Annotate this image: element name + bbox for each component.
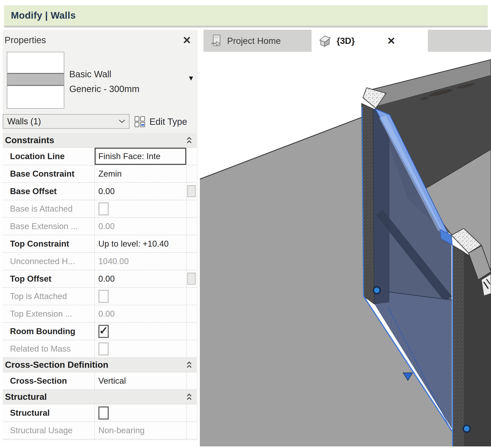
row-spare-cell xyxy=(186,183,197,200)
property-value-structural[interactable]: ✓ xyxy=(94,404,186,421)
row-spare-cell xyxy=(186,148,197,165)
section-header-structural[interactable]: Structural xyxy=(3,390,197,404)
property-value-structural-usage: Non-bearing xyxy=(94,422,186,439)
row-spare-cell xyxy=(186,218,197,235)
property-row-base-extension: Base Extension ...0.00 xyxy=(3,218,197,235)
collapse-chevrons-icon xyxy=(186,136,192,144)
selection-filter-value: Walls (1) xyxy=(7,117,41,126)
type-selector[interactable]: Basic Wall Generic - 300mm ▼ xyxy=(3,50,198,111)
row-spare-cell xyxy=(186,422,197,439)
value-slider-thumb[interactable] xyxy=(187,273,196,285)
tab-project-home[interactable]: Project Home xyxy=(203,30,312,52)
collapse-chevrons-icon xyxy=(186,361,192,369)
view-area: Project Home {3D} ✕ xyxy=(200,30,491,446)
property-row-unconnected-h: Unconnected H...1040.00 xyxy=(3,253,197,270)
wall-type-label: Generic - 300mm xyxy=(69,82,140,96)
property-value-cross-section[interactable]: Vertical xyxy=(94,372,186,389)
property-row-base-constraint: Base ConstraintZemin xyxy=(3,165,197,183)
close-icon[interactable]: ✕ xyxy=(182,35,191,46)
context-ribbon-tab: Modify | Walls xyxy=(4,5,488,28)
property-row-base-is-attached: Base is Attached✓ xyxy=(3,200,197,218)
property-value-location-line[interactable]: Finish Face: Inte xyxy=(94,148,186,165)
value-slider-thumb[interactable] xyxy=(187,185,196,197)
property-row-top-constraint: Top ConstraintUp to level: +10.40 xyxy=(3,235,197,253)
row-spare-cell xyxy=(186,340,197,357)
row-spare-cell xyxy=(186,253,197,270)
property-row-cross-section: Cross-SectionVertical xyxy=(3,372,197,390)
3d-view-canvas[interactable] xyxy=(200,52,491,446)
property-row-top-offset: Top Offset0.00 xyxy=(3,270,197,288)
property-grid: ConstraintsLocation LineFinish Face: Int… xyxy=(3,133,197,439)
property-row-structural: Structural✓ xyxy=(3,404,197,422)
properties-title: Properties xyxy=(5,35,46,45)
property-row-top-extension: Top Extension ...0.00 xyxy=(3,305,197,323)
tab-bar-filler xyxy=(428,30,491,52)
checkbox-base-is-attached: ✓ xyxy=(98,202,109,215)
property-row-room-bounding: Room Bounding✓ xyxy=(3,323,197,340)
property-value-room-bounding[interactable]: ✓ xyxy=(94,323,186,340)
tab-label: {3D} xyxy=(337,36,355,46)
property-value-top-constraint[interactable]: Up to level: +10.40 xyxy=(94,235,186,252)
checkbox-room-bounding[interactable]: ✓ xyxy=(98,325,109,338)
property-value-top-is-attached: ✓ xyxy=(94,288,186,305)
wall-family-label: Basic Wall xyxy=(69,67,140,82)
property-label: Cross-Section xyxy=(3,372,94,389)
properties-panel-header: Properties ✕ xyxy=(3,30,198,50)
edit-type-label: Edit Type xyxy=(150,117,187,127)
property-label: Base Offset xyxy=(3,183,94,200)
checkbox-related-to-mass: ✓ xyxy=(98,342,109,355)
property-value-base-constraint[interactable]: Zemin xyxy=(94,165,186,182)
chevron-down-icon[interactable]: ▼ xyxy=(188,74,194,82)
view-tab-bar: Project Home {3D} ✕ xyxy=(200,30,491,52)
property-row-structural-usage: Structural UsageNon-bearing xyxy=(3,422,197,439)
section-title: Cross-Section Definition xyxy=(5,360,108,370)
row-spare-cell xyxy=(186,372,197,389)
ground-plane xyxy=(200,116,367,446)
property-value-unconnected-h: 1040.00 xyxy=(94,253,186,270)
tab-label: Project Home xyxy=(227,36,281,46)
edit-type-button[interactable]: Edit Type xyxy=(133,114,187,130)
property-row-location-line: Location LineFinish Face: Inte xyxy=(3,148,197,165)
chevron-down-icon xyxy=(119,119,125,124)
row-spare-cell xyxy=(186,235,197,252)
property-value-related-to-mass: ✓ xyxy=(94,340,186,357)
property-label: Top Offset xyxy=(3,270,94,287)
close-icon[interactable]: ✕ xyxy=(387,36,395,46)
property-value-top-offset[interactable]: 0.00 xyxy=(94,270,186,287)
property-label: Structural Usage xyxy=(3,422,94,439)
wall-pilaster xyxy=(373,109,389,304)
tab-3d-view[interactable]: {3D} ✕ xyxy=(312,30,428,52)
property-label: Top Extension ... xyxy=(3,305,94,322)
wall-grip-circle[interactable] xyxy=(463,425,470,432)
row-spare-cell xyxy=(186,323,197,340)
property-row-base-offset: Base Offset0.00 xyxy=(3,183,197,200)
row-spare-cell xyxy=(186,270,197,287)
property-value-base-is-attached: ✓ xyxy=(94,200,186,217)
property-label: Structural xyxy=(3,404,94,421)
wall-grip-circle[interactable] xyxy=(373,287,380,294)
row-spare-cell xyxy=(186,200,197,217)
section-title: Constraints xyxy=(5,135,54,145)
property-label: Base Constraint xyxy=(3,165,94,182)
property-value-base-offset[interactable]: 0.00 xyxy=(94,183,186,200)
property-value-base-extension: 0.00 xyxy=(94,218,186,235)
property-label: Base Extension ... xyxy=(3,218,94,235)
row-spare-cell xyxy=(186,165,197,182)
property-label: Room Bounding xyxy=(3,323,94,340)
row-spare-cell xyxy=(186,404,197,421)
house-3d-icon xyxy=(318,35,331,47)
property-label: Related to Mass xyxy=(3,340,94,357)
project-home-icon xyxy=(210,34,222,48)
property-value-top-extension: 0.00 xyxy=(94,305,186,322)
property-row-related-to-mass: Related to Mass✓ xyxy=(3,340,197,358)
property-row-top-is-attached: Top is Attached✓ xyxy=(3,288,197,305)
collapse-chevrons-icon xyxy=(186,393,192,400)
checkbox-structural[interactable]: ✓ xyxy=(98,406,109,419)
section-header-cross-section-definition[interactable]: Cross-Section Definition xyxy=(3,358,197,372)
property-label: Base is Attached xyxy=(3,200,94,217)
section-title: Structural xyxy=(5,392,47,402)
selection-filter-combo[interactable]: Walls (1) xyxy=(3,114,130,129)
row-spare-cell xyxy=(186,288,197,305)
check-icon: ✓ xyxy=(99,325,108,336)
section-header-constraints[interactable]: Constraints xyxy=(3,133,197,148)
